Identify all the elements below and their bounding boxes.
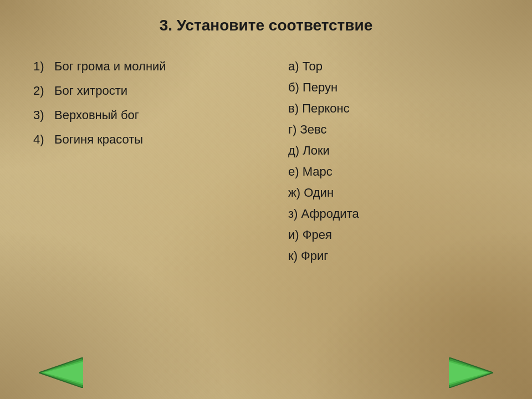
- question-item-4: 4)Богиня красоты: [33, 132, 255, 147]
- answers-column: а) Торб) Перунв) Перконсг) Зевсд) Локие)…: [277, 57, 499, 357]
- answer-item-3: в) Перконс: [277, 101, 499, 116]
- answer-item-1: а) Тор: [277, 59, 499, 74]
- question-number: 1): [33, 59, 50, 74]
- page-title: 3. Установите соответствие: [160, 17, 373, 34]
- next-button[interactable]: [449, 357, 493, 388]
- question-item-2: 2)Бог хитрости: [33, 84, 255, 98]
- content-area: 1)Бог грома и молний2)Бог хитрости3)Верх…: [33, 57, 499, 357]
- question-item-1: 1)Бог грома и молний: [33, 59, 255, 74]
- navigation-buttons: [33, 357, 499, 388]
- answer-item-5: д) Локи: [277, 144, 499, 158]
- answer-item-4: г) Зевс: [277, 122, 499, 137]
- question-number: 2): [33, 84, 50, 98]
- question-text: Бог хитрости: [54, 84, 127, 98]
- prev-button[interactable]: [39, 357, 83, 388]
- answer-item-10: к) Фриг: [277, 249, 499, 263]
- answer-item-9: и) Фрея: [277, 228, 499, 242]
- answer-item-2: б) Перун: [277, 80, 499, 95]
- questions-column: 1)Бог грома и молний2)Бог хитрости3)Верх…: [33, 57, 255, 357]
- question-text: Бог грома и молний: [54, 59, 166, 74]
- answer-item-8: з) Афродита: [277, 207, 499, 221]
- question-number: 3): [33, 108, 50, 122]
- question-item-3: 3)Верховный бог: [33, 108, 255, 122]
- question-text: Верховный бог: [54, 108, 139, 122]
- answer-item-7: ж) Один: [277, 186, 499, 200]
- question-number: 4): [33, 132, 50, 147]
- page-background: 3. Установите соответствие 1)Бог грома и…: [0, 0, 532, 399]
- question-text: Богиня красоты: [54, 132, 143, 147]
- answer-item-6: е) Марс: [277, 165, 499, 179]
